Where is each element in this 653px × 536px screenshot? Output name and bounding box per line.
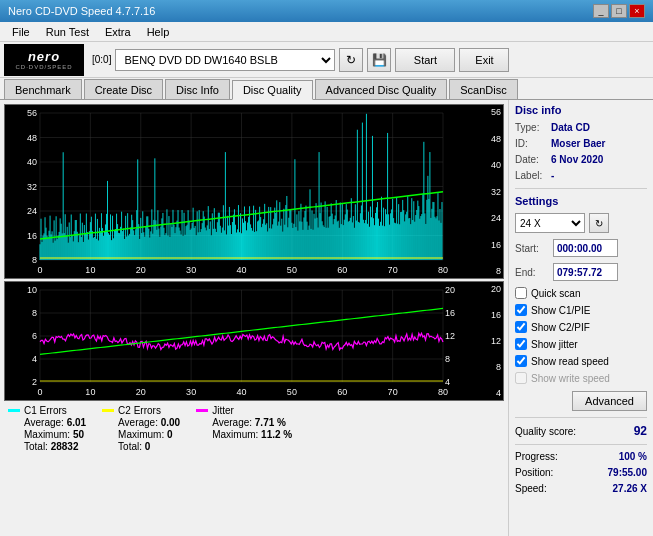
exit-button[interactable]: Exit [459, 48, 509, 72]
close-button[interactable]: × [629, 4, 645, 18]
title-bar: Nero CD-DVD Speed 4.7.7.16 _ □ × [0, 0, 653, 22]
c2-max: Maximum: 0 [102, 429, 180, 440]
disc-id-value: Moser Baer [551, 138, 605, 149]
advanced-button[interactable]: Advanced [572, 391, 647, 411]
title-bar-controls[interactable]: _ □ × [593, 4, 645, 18]
chart-area: 56 48 40 32 24 16 8 20 16 12 8 4 [0, 100, 508, 536]
c1-total: Total: 28832 [8, 441, 86, 452]
menu-file[interactable]: File [4, 24, 38, 40]
progress-row: Progress: 100 % [515, 451, 647, 462]
end-time-row: End: [515, 263, 647, 281]
show-write-speed-checkbox[interactable] [515, 372, 527, 384]
disc-id-label: ID: [515, 138, 547, 149]
device-select[interactable]: BENQ DVD DD DW1640 BSLB [115, 49, 335, 71]
disc-date-row: Date: 6 Nov 2020 [515, 154, 647, 165]
device-label: [0:0] [92, 54, 111, 65]
legend: C1 Errors Average: 6.01 Maximum: 50 Tota… [4, 403, 504, 454]
show-write-speed-label: Show write speed [531, 373, 610, 384]
menu-help[interactable]: Help [139, 24, 178, 40]
nero-logo-sub: CD·DVD/SPEED [15, 64, 72, 70]
show-c2-label[interactable]: Show C2/PIF [531, 322, 590, 333]
show-c2-row: Show C2/PIF [515, 321, 647, 333]
minimize-button[interactable]: _ [593, 4, 609, 18]
tab-benchmark[interactable]: Benchmark [4, 79, 82, 99]
speed-select[interactable]: 24 X Maximum 4 X 8 X 16 X 32 X 40 X 48 X [515, 213, 585, 233]
show-read-speed-row: Show read speed [515, 355, 647, 367]
disc-date-value: 6 Nov 2020 [551, 154, 603, 165]
disc-label-value: - [551, 170, 554, 181]
disc-label-row: Label: - [515, 170, 647, 181]
disc-id-row: ID: Moser Baer [515, 138, 647, 149]
show-read-speed-checkbox[interactable] [515, 355, 527, 367]
disc-date-label: Date: [515, 154, 547, 165]
title-bar-text: Nero CD-DVD Speed 4.7.7.16 [8, 5, 155, 17]
speed-label: Speed: [515, 483, 547, 494]
toolbar: nero CD·DVD/SPEED [0:0] BENQ DVD DD DW16… [0, 42, 653, 78]
c2-avg: Average: 0.00 [102, 417, 180, 428]
nero-logo: nero CD·DVD/SPEED [4, 44, 84, 76]
start-time-row: Start: [515, 239, 647, 257]
tab-disc-quality[interactable]: Disc Quality [232, 80, 313, 100]
disc-type-label: Type: [515, 122, 547, 133]
show-read-speed-label[interactable]: Show read speed [531, 356, 609, 367]
show-jitter-row: Show jitter [515, 338, 647, 350]
disc-label-label: Label: [515, 170, 547, 181]
show-c2-checkbox[interactable] [515, 321, 527, 333]
end-time-input[interactable] [553, 263, 618, 281]
progress-label: Progress: [515, 451, 558, 462]
quick-scan-label[interactable]: Quick scan [531, 288, 580, 299]
tab-create-disc[interactable]: Create Disc [84, 79, 163, 99]
menu-extra[interactable]: Extra [97, 24, 139, 40]
settings-refresh-icon[interactable]: ↻ [589, 213, 609, 233]
speed-setting-row: 24 X Maximum 4 X 8 X 16 X 32 X 40 X 48 X… [515, 213, 647, 233]
end-time-label: End: [515, 267, 549, 278]
divider-2 [515, 417, 647, 418]
quality-score-value: 92 [634, 424, 647, 438]
right-panel: Disc info Type: Data CD ID: Moser Baer D… [508, 100, 653, 536]
divider-1 [515, 188, 647, 189]
divider-3 [515, 444, 647, 445]
quick-scan-checkbox[interactable] [515, 287, 527, 299]
jitter-color-swatch [196, 409, 208, 412]
show-jitter-label[interactable]: Show jitter [531, 339, 578, 350]
jitter-max: Maximum: 11.2 % [196, 429, 292, 440]
c1-avg: Average: 6.01 [8, 417, 86, 428]
show-c1-row: Show C1/PIE [515, 304, 647, 316]
save-icon[interactable]: 💾 [367, 48, 391, 72]
menu-run-test[interactable]: Run Test [38, 24, 97, 40]
menu-bar: File Run Test Extra Help [0, 22, 653, 42]
position-row: Position: 79:55.00 [515, 467, 647, 478]
show-c1-checkbox[interactable] [515, 304, 527, 316]
top-chart: 56 48 40 32 24 16 8 [4, 104, 504, 279]
refresh-icon[interactable]: ↻ [339, 48, 363, 72]
position-label: Position: [515, 467, 553, 478]
settings-title: Settings [515, 195, 647, 207]
top-chart-y-labels: 56 48 40 32 24 16 8 [475, 105, 503, 278]
c2-total: Total: 0 [102, 441, 180, 452]
bottom-chart-y-labels: 20 16 12 8 4 [475, 282, 503, 400]
position-value: 79:55.00 [608, 467, 647, 478]
main-content: 56 48 40 32 24 16 8 20 16 12 8 4 [0, 100, 653, 536]
start-time-label: Start: [515, 243, 549, 254]
show-jitter-checkbox[interactable] [515, 338, 527, 350]
show-c1-label[interactable]: Show C1/PIE [531, 305, 590, 316]
start-time-input[interactable] [553, 239, 618, 257]
progress-value: 100 % [619, 451, 647, 462]
bottom-chart: 20 16 12 8 4 [4, 281, 504, 401]
start-button[interactable]: Start [395, 48, 455, 72]
nero-logo-text: nero [28, 49, 60, 64]
maximize-button[interactable]: □ [611, 4, 627, 18]
disc-type-value: Data CD [551, 122, 590, 133]
c2-legend: C2 Errors Average: 0.00 Maximum: 0 Total… [102, 405, 180, 452]
speed-value: 27.26 X [613, 483, 647, 494]
tab-advanced-disc-quality[interactable]: Advanced Disc Quality [315, 79, 448, 99]
tab-disc-info[interactable]: Disc Info [165, 79, 230, 99]
quality-score-label: Quality score: [515, 426, 576, 437]
show-write-speed-row: Show write speed [515, 372, 647, 384]
jitter-avg: Average: 7.71 % [196, 417, 292, 428]
c1-max: Maximum: 50 [8, 429, 86, 440]
c1-color-swatch [8, 409, 20, 412]
tabs: Benchmark Create Disc Disc Info Disc Qua… [0, 78, 653, 100]
jitter-legend: Jitter Average: 7.71 % Maximum: 11.2 % [196, 405, 292, 452]
tab-scan-disc[interactable]: ScanDisc [449, 79, 517, 99]
